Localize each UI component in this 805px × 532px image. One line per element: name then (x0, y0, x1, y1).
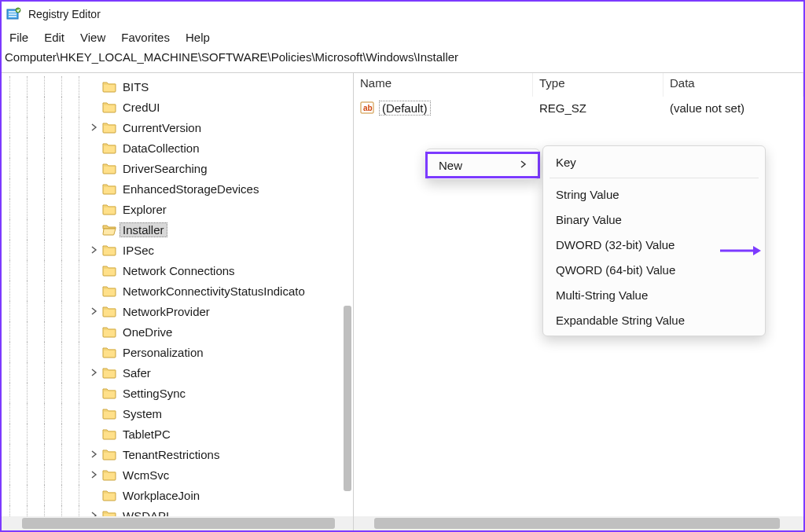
tree-item[interactable]: CredUI (2, 97, 353, 117)
svg-rect-2 (9, 13, 17, 15)
tree-panel: BITSCredUICurrentVersionDataCollectionDr… (2, 73, 354, 530)
regedit-icon (6, 6, 22, 22)
tree-item-label: TabletPC (119, 427, 174, 442)
tree-item[interactable]: Safer (2, 362, 353, 383)
context-submenu-new[interactable]: Key String Value Binary Value DWORD (32-… (542, 145, 766, 336)
submenu-qword-64-value[interactable]: QWORD (64-bit) Value (543, 257, 765, 282)
folder-icon (102, 509, 116, 516)
folder-icon (102, 121, 116, 134)
tree-expander (88, 325, 101, 338)
value-name: (Default) (379, 101, 431, 116)
submenu-separator (550, 178, 759, 178)
tree-item-label: CredUI (119, 100, 164, 115)
folder-icon (102, 203, 116, 215)
folder-icon (102, 101, 116, 113)
address-path: Computer\HKEY_LOCAL_MACHINE\SOFTWARE\Pol… (5, 50, 458, 64)
tree-item[interactable]: WcmSvc (2, 464, 353, 485)
tree-item[interactable]: OneDrive (2, 321, 353, 342)
tree-item[interactable]: WorkplaceJoin (2, 485, 353, 505)
menu-favorites[interactable]: Favorites (115, 29, 179, 47)
context-menu[interactable]: New (425, 149, 540, 180)
tree-item-label: TenantRestrictions (119, 447, 222, 462)
values-header: Name Type Data (354, 73, 803, 97)
tree-item-label: IPSec (119, 243, 157, 258)
values-horizontal-scrollbar[interactable] (354, 516, 803, 530)
value-data: (value not set) (663, 101, 803, 115)
tree-expander[interactable] (88, 244, 101, 256)
string-value-icon: ab (360, 101, 376, 115)
tree-item-label: Installer (119, 222, 167, 237)
folder-icon (102, 141, 116, 154)
annotation-arrow (719, 243, 763, 259)
tree-expander[interactable] (88, 448, 101, 460)
tree-expander (88, 284, 101, 297)
tree-item[interactable]: Network Connections (2, 260, 353, 281)
tree-item[interactable]: WSDAPI (2, 505, 353, 516)
address-bar[interactable]: Computer\HKEY_LOCAL_MACHINE\SOFTWARE\Pol… (2, 49, 803, 69)
tree-expander (88, 264, 101, 277)
tree-item-label: Explorer (119, 202, 170, 217)
tree-expander (88, 80, 101, 93)
tree-item[interactable]: SettingSync (2, 383, 353, 403)
tree-item[interactable]: DataCollection (2, 138, 353, 158)
tree-expander[interactable] (88, 121, 101, 134)
tree-item[interactable]: BITS (2, 76, 353, 97)
folder-icon (102, 407, 116, 420)
tree-item-label: NetworkProvider (119, 304, 213, 319)
tree-item-label: System (119, 406, 165, 421)
registry-tree[interactable]: BITSCredUICurrentVersionDataCollectionDr… (2, 73, 353, 516)
menu-edit[interactable]: Edit (38, 29, 74, 47)
column-data[interactable]: Data (663, 73, 803, 97)
tree-item[interactable]: TenantRestrictions (2, 444, 353, 464)
folder-icon (102, 182, 116, 195)
column-name[interactable]: Name (354, 73, 533, 97)
submenu-multi-string-value[interactable]: Multi-String Value (543, 282, 765, 307)
tree-item-label: NetworkConnectivityStatusIndicato (119, 284, 308, 299)
tree-item[interactable]: CurrentVersion (2, 117, 353, 138)
tree-expander[interactable] (88, 305, 101, 317)
menu-help[interactable]: Help (179, 29, 219, 47)
submenu-key[interactable]: Key (543, 149, 765, 174)
folder-icon (102, 489, 116, 501)
tree-item[interactable]: NetworkConnectivityStatusIndicato (2, 281, 353, 301)
tree-item-label: Personalization (119, 345, 207, 360)
tree-expander (88, 203, 101, 215)
tree-expander[interactable] (88, 366, 101, 379)
title-bar: Registry Editor (2, 2, 803, 27)
folder-icon (102, 305, 116, 317)
folder-icon (102, 387, 116, 399)
context-menu-new[interactable]: New (426, 152, 539, 178)
folder-icon (102, 80, 116, 93)
tree-item-label: CurrentVersion (119, 120, 204, 135)
context-menu-new-label: New (439, 159, 502, 172)
tree-item-label: OneDrive (119, 325, 175, 339)
tree-item[interactable]: Installer (2, 219, 353, 240)
tree-item-label: DataCollection (119, 141, 203, 156)
tree-item[interactable]: DriverSearching (2, 158, 353, 178)
tree-item[interactable]: NetworkProvider (2, 301, 353, 321)
submenu-binary-value[interactable]: Binary Value (543, 207, 765, 232)
tree-expander[interactable] (88, 509, 101, 516)
tree-item[interactable]: EnhancedStorageDevices (2, 178, 353, 199)
menu-view[interactable]: View (74, 29, 115, 47)
tree-item[interactable]: TabletPC (2, 424, 353, 444)
tree-item-label: WcmSvc (119, 468, 172, 482)
folder-icon (102, 284, 116, 297)
column-type[interactable]: Type (533, 73, 663, 97)
submenu-string-value[interactable]: String Value (543, 182, 765, 207)
tree-item-label: BITS (119, 79, 152, 94)
tree-item[interactable]: Explorer (2, 199, 353, 219)
submenu-expandable-string-value[interactable]: Expandable String Value (543, 307, 765, 332)
tree-horizontal-scrollbar[interactable] (2, 516, 353, 530)
tree-item[interactable]: Personalization (2, 342, 353, 362)
tree-vertical-scrollbar[interactable] (344, 306, 351, 491)
value-row[interactable]: ab (Default) REG_SZ (value not set) (354, 97, 803, 119)
menu-file[interactable]: File (3, 29, 38, 47)
tree-expander[interactable] (88, 468, 101, 481)
tree-item-label: WSDAPI (119, 508, 172, 517)
tree-item[interactable]: System (2, 403, 353, 424)
tree-expander (88, 101, 101, 113)
folder-icon (102, 244, 116, 256)
tree-item[interactable]: IPSec (2, 240, 353, 260)
folder-icon (102, 325, 116, 338)
